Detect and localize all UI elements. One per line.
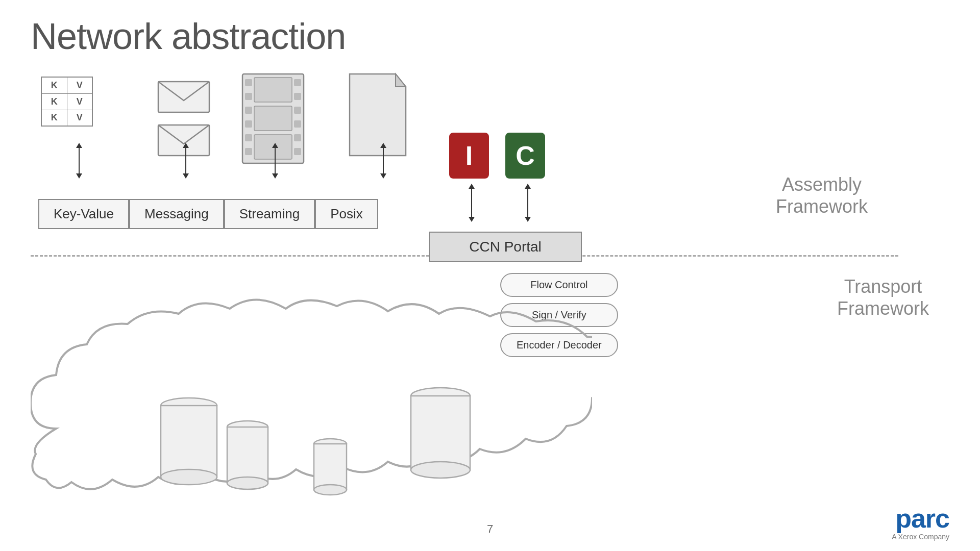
svg-rect-13 <box>294 134 301 141</box>
svg-rect-4 <box>245 93 252 100</box>
messaging-arrow <box>183 143 189 179</box>
svg-rect-14 <box>294 148 301 155</box>
document-icon <box>345 71 411 158</box>
svg-rect-30 <box>411 396 470 470</box>
svg-rect-5 <box>245 107 252 114</box>
I-arrow <box>469 184 475 222</box>
svg-point-31 <box>411 462 470 478</box>
svg-rect-15 <box>254 78 292 102</box>
posix-arrow <box>380 143 386 179</box>
assembly-framework-label: Assembly Framework <box>776 173 868 217</box>
svg-rect-16 <box>254 106 292 131</box>
svg-rect-7 <box>245 134 252 141</box>
svg-point-28 <box>314 485 347 495</box>
btn-I: I <box>449 133 489 179</box>
svg-rect-9 <box>294 79 301 86</box>
svg-point-25 <box>227 477 268 489</box>
kv-table-icon: KV KV KV <box>41 77 93 127</box>
svg-marker-19 <box>396 74 406 87</box>
svg-rect-12 <box>294 120 301 128</box>
svg-point-22 <box>161 469 217 485</box>
svg-rect-24 <box>227 427 268 483</box>
C-arrow <box>525 184 531 222</box>
page-title: Network abstraction <box>31 15 346 57</box>
posix-item: Posix <box>315 199 378 229</box>
xerox-sub: A Xerox Company <box>892 533 949 541</box>
streaming-arrow <box>272 143 278 179</box>
cloud-area <box>31 286 592 531</box>
svg-rect-27 <box>314 444 347 490</box>
kv-arrow <box>76 143 82 179</box>
ccn-portal: CCN Portal <box>429 232 582 262</box>
messaging-item: Messaging <box>129 199 224 229</box>
parc-logo: parc A Xerox Company <box>892 505 949 541</box>
svg-rect-6 <box>245 120 252 128</box>
btn-C: C <box>505 133 545 179</box>
svg-rect-11 <box>294 107 301 114</box>
svg-rect-10 <box>294 93 301 100</box>
parc-brand: parc <box>892 505 949 532</box>
svg-rect-0 <box>158 82 209 112</box>
api-bar: Key-Value Messaging Streaming Posix <box>38 199 378 229</box>
svg-rect-8 <box>245 148 252 155</box>
transport-framework-label: Transport Framework <box>837 276 929 319</box>
key-value-item: Key-Value <box>38 199 129 229</box>
svg-rect-21 <box>161 406 217 477</box>
streaming-item: Streaming <box>224 199 315 229</box>
page-number: 7 <box>487 522 493 536</box>
svg-rect-3 <box>245 79 252 86</box>
